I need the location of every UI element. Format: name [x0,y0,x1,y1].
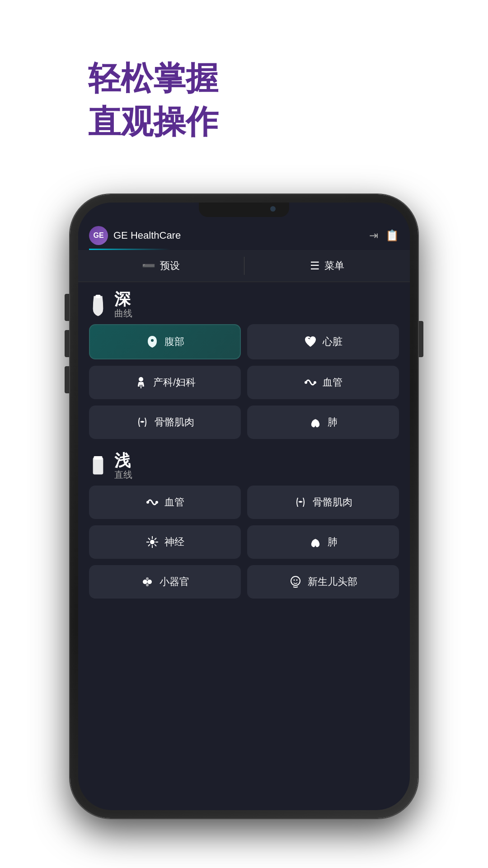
headline-line1: 轻松掌握 [88,59,218,98]
svg-point-24 [296,580,298,581]
vascular-shallow-icon [145,495,159,509]
shallow-probe-subtype: 直线 [114,469,132,481]
shallow-probe-header: 浅 直线 [89,453,399,481]
svg-point-3 [305,381,307,384]
curved-probe-icon [89,294,107,317]
app-header: GE GE HealthCare ⇥ 📋 [78,221,410,249]
btn-lung-deep-label: 肺 [328,415,338,429]
deep-probe-header: 深 曲线 [89,291,399,320]
btn-lung-shallow-label: 肺 [328,535,338,549]
vascular-icon [304,376,317,389]
btn-abdomen[interactable]: 腹部 [89,324,241,359]
shallow-probe-section: 浅 直线 [78,448,410,486]
btn-vascular-deep[interactable]: 血管 [247,366,399,399]
headline-block: 轻松掌握 直观操作 [88,59,218,142]
svg-point-21 [146,584,149,586]
svg-point-1 [151,339,154,342]
screen-content: GE GE HealthCare ⇥ 📋 ➖ 预设 [78,203,410,810]
svg-point-9 [150,540,155,544]
msk-shallow-icon [294,495,307,509]
front-camera [270,206,276,212]
header-icons: ⇥ 📋 [369,229,399,242]
lung-shallow-icon [309,535,322,549]
btn-obgyn[interactable]: 产科/妇科 [89,366,241,399]
btn-msk-deep[interactable]: 骨骼肌肉 [89,406,241,439]
svg-point-19 [147,580,152,584]
nerve-icon [145,535,159,549]
headline-line2: 直观操作 [88,102,218,141]
btn-msk-shallow-label: 骨骼肌肉 [313,495,352,509]
btn-msk-deep-label: 骨骼肌肉 [155,415,194,429]
btn-lung-shallow[interactable]: 肺 [247,525,399,559]
phone-outer: GE GE HealthCare ⇥ 📋 ➖ 预设 [70,194,418,818]
svg-line-16 [155,538,156,540]
btn-nerve[interactable]: 神经 [89,525,241,559]
btn-heart[interactable]: 心脏 [247,324,399,359]
svg-point-8 [155,501,158,504]
svg-point-23 [294,580,295,581]
btn-msk-shallow[interactable]: 骨骼肌肉 [247,486,399,519]
svg-point-22 [291,576,300,585]
presets-label: 预设 [160,259,180,273]
svg-rect-5 [93,457,103,474]
btn-nerve-label: 神经 [164,535,184,549]
section-gap [78,439,410,448]
menu-icon: ☰ [310,259,320,272]
obgyn-icon [134,376,148,389]
shallow-probe-type: 浅 [114,453,132,469]
tab-menu[interactable]: ☰ 菜单 [244,250,410,282]
ge-logo-icon: GE [89,226,108,245]
btn-vascular-deep-label: 血管 [323,376,343,389]
brand-logo: GE GE HealthCare [89,226,181,245]
lung-icon [309,415,322,429]
menu-label: 菜单 [324,259,344,273]
linear-probe-icon [89,455,107,479]
svg-line-15 [155,544,156,546]
tab-presets[interactable]: ➖ 预设 [78,250,244,282]
btn-obgyn-label: 产科/妇科 [153,376,196,389]
deep-probe-info: 深 曲线 [114,291,132,320]
brand-name: GE HealthCare [113,230,181,241]
btn-small-organs[interactable]: 小器官 [89,565,241,599]
msk-icon [136,415,149,429]
svg-rect-0 [95,294,100,298]
logout-icon[interactable]: ⇥ [369,229,378,242]
nav-tabs: ➖ 预设 ☰ 菜单 [78,250,410,282]
svg-point-7 [146,501,149,504]
btn-vascular-shallow-label: 血管 [164,495,184,509]
deep-probe-subtype: 曲线 [114,307,132,320]
deep-probe-section: 深 曲线 [78,282,410,324]
svg-line-14 [148,538,150,540]
svg-point-18 [143,580,147,584]
deep-button-grid: 腹部 心脏 [78,324,410,439]
svg-rect-6 [94,456,103,459]
shallow-probe-info: 浅 直线 [114,453,132,481]
phone-screen: GE GE HealthCare ⇥ 📋 ➖ 预设 [78,203,410,810]
svg-point-4 [314,381,316,384]
svg-point-20 [146,577,149,580]
btn-small-organs-label: 小器官 [160,575,189,589]
deep-probe-type: 深 [114,291,132,307]
svg-line-17 [148,544,150,546]
btn-neonatal[interactable]: 新生儿头部 [247,565,399,599]
shallow-button-grid: 血管 骨骼肌肉 [78,486,410,599]
abdomen-icon [145,335,159,349]
btn-vascular-shallow[interactable]: 血管 [89,486,241,519]
svg-point-2 [139,377,143,382]
notch [199,203,289,217]
phone-frame: GE GE HealthCare ⇥ 📋 ➖ 预设 [70,194,418,818]
clipboard-icon[interactable]: 📋 [385,229,399,242]
small-organs-icon [141,575,154,589]
btn-neonatal-label: 新生儿头部 [308,575,357,589]
presets-icon: ➖ [142,259,155,272]
btn-heart-label: 心脏 [323,335,343,349]
btn-lung-deep[interactable]: 肺 [247,406,399,439]
heart-icon [304,335,317,349]
btn-abdomen-label: 腹部 [164,335,184,349]
neonatal-icon [289,575,302,589]
